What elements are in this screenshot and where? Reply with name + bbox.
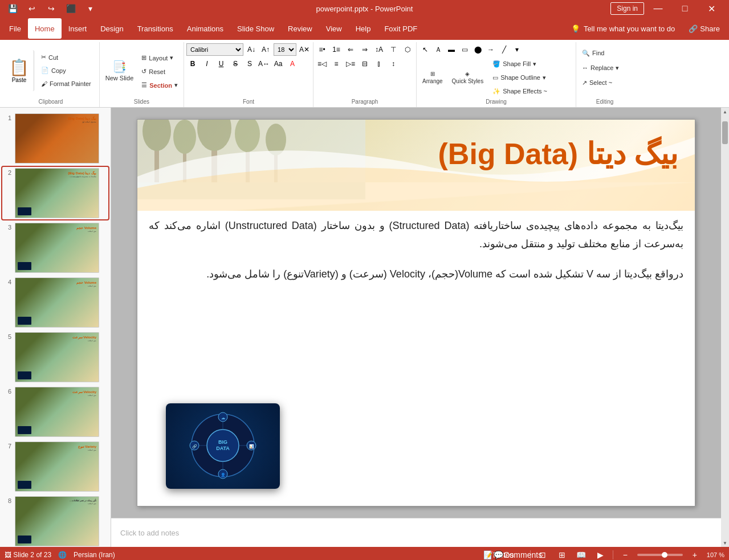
menu-foxit[interactable]: Foxit PDF xyxy=(377,18,424,39)
change-case-button[interactable]: Aa xyxy=(272,58,284,70)
justify-button[interactable]: ⊟ xyxy=(359,58,371,70)
shape-effects-button[interactable]: ✨ Shape Effects ~ xyxy=(489,85,551,97)
font-decrease-button[interactable]: A↓ xyxy=(245,43,258,56)
zoom-thumb[interactable] xyxy=(662,552,667,558)
comments-button[interactable]: 💬 Comments xyxy=(511,549,526,560)
shape-more[interactable]: ▾ xyxy=(511,43,523,56)
replace-button[interactable]: ↔ Replace ▾ xyxy=(579,62,622,74)
cut-button[interactable]: ✂ Cut xyxy=(38,51,95,64)
find-button[interactable]: 🔍 Find xyxy=(579,47,608,59)
bigdata-image[interactable]: BIG DATA ☁ 📊 👤 🔗 xyxy=(166,403,280,489)
minimize-button[interactable]: — xyxy=(645,0,671,17)
tell-me-input[interactable]: 💡 Tell me what you want to do xyxy=(564,22,682,35)
reading-view-button[interactable]: 📖 xyxy=(574,549,589,560)
layout-button[interactable]: ⊞ Layout ▾ xyxy=(138,52,181,64)
customize-button[interactable]: ▾ xyxy=(82,1,98,17)
shape-text-box[interactable]: Ａ xyxy=(432,43,445,56)
scroll-thumb[interactable] xyxy=(722,121,728,144)
menu-review[interactable]: Review xyxy=(281,18,319,39)
shape-fill-button[interactable]: 🪣 Shape Fill ▾ xyxy=(489,58,551,70)
slide-title[interactable]: بیگ دیتا (Big Data) xyxy=(438,137,678,171)
char-spacing-button[interactable]: A↔ xyxy=(258,58,270,70)
align-center-button[interactable]: ≡ xyxy=(330,58,343,70)
scroll-down-button[interactable]: ▼ xyxy=(721,539,729,547)
slide-thumbnail-8[interactable]: 8 تأثیر رسانه در عصر اطلاعات... متن اسلا… xyxy=(2,495,108,547)
menu-help[interactable]: Help xyxy=(349,18,378,39)
shape-select-arrow[interactable]: ↖ xyxy=(419,43,431,56)
arrange-button[interactable]: ⊞ Arrange xyxy=(419,67,446,88)
shape-line[interactable]: ╱ xyxy=(498,43,510,56)
reset-button[interactable]: ↺ Reset xyxy=(138,66,181,78)
copy-button[interactable]: 📄 Copy xyxy=(38,64,95,77)
numbering-button[interactable]: 1≡ xyxy=(330,43,343,56)
menu-file[interactable]: File xyxy=(2,18,28,39)
close-button[interactable]: ✕ xyxy=(699,0,724,17)
zoom-out-button[interactable]: − xyxy=(618,549,633,560)
scroll-track[interactable] xyxy=(721,116,729,539)
slide-thumbnail-2[interactable]: 2 بیگ دیتا (Big Data) بیگ‌دیتا به مجموعه… xyxy=(2,167,108,219)
presentation-view-button[interactable]: ⬛ xyxy=(63,1,79,17)
format-painter-button[interactable]: 🖌 Format Painter xyxy=(38,77,95,90)
select-button[interactable]: ↗ Select ~ xyxy=(579,76,616,89)
slide-thumbnail-1[interactable]: 1 بیگ دیتا (Big Data) محتوای اسلاید اول xyxy=(2,112,108,165)
increase-indent-button[interactable]: ⇒ xyxy=(359,43,371,56)
smartart-button[interactable]: ⬡ xyxy=(401,43,414,56)
slide-thumbnail-3[interactable]: 3 Volume حجم متن اسلاید xyxy=(2,222,108,274)
save-button[interactable]: 💾 xyxy=(5,1,21,17)
menu-insert[interactable]: Insert xyxy=(62,18,94,39)
strikethrough-button[interactable]: S xyxy=(229,58,242,70)
bold-button[interactable]: B xyxy=(186,58,199,70)
notes-area[interactable]: Click to add notes xyxy=(111,518,721,547)
canvas-area[interactable]: بیگ دیتا (Big Data) بیگ‌دیتا به مجموعه د… xyxy=(111,108,721,547)
slide-thumbnail-7[interactable]: 7 Variety تنوع متن اسلاید xyxy=(2,440,108,493)
shape-oval[interactable]: ⬤ xyxy=(471,43,484,56)
quick-styles-button[interactable]: ◈ Quick Styles xyxy=(449,67,487,88)
menu-home[interactable]: Home xyxy=(28,18,62,39)
underline-button[interactable]: U xyxy=(215,58,227,70)
align-right-button[interactable]: ▷≡ xyxy=(344,58,357,70)
undo-button[interactable]: ↩ xyxy=(24,1,40,17)
slide-thumbnail-6[interactable]: 6 Velocity سرعت متن اسلاید xyxy=(2,386,108,438)
bullets-button[interactable]: ≡• xyxy=(316,43,328,56)
font-size-select[interactable]: 18 xyxy=(274,43,296,56)
decrease-indent-button[interactable]: ⇐ xyxy=(344,43,357,56)
section-button[interactable]: ☰ Section ▾ xyxy=(138,79,181,92)
menu-design[interactable]: Design xyxy=(93,18,130,39)
shape-rectangle[interactable]: ▬ xyxy=(445,43,458,56)
zoom-in-button[interactable]: + xyxy=(687,549,702,560)
shape-outline-button[interactable]: ▭ Shape Outline ▾ xyxy=(489,71,551,84)
right-scrollbar[interactable]: ▲ ▼ xyxy=(721,108,729,547)
align-left-button[interactable]: ≡◁ xyxy=(316,58,328,70)
sign-in-button[interactable]: Sign in xyxy=(610,2,644,15)
font-color-button[interactable]: A xyxy=(286,58,299,70)
menu-transitions[interactable]: Transitions xyxy=(131,18,180,39)
shape-arrow[interactable]: → xyxy=(484,43,497,56)
font-family-select[interactable]: Calibri xyxy=(186,43,243,56)
text-direction-button[interactable]: ↕A xyxy=(373,43,385,56)
restore-button[interactable]: □ xyxy=(672,0,698,17)
slideshow-button[interactable]: ▶ xyxy=(593,549,608,560)
menu-slideshow[interactable]: Slide Show xyxy=(230,18,281,39)
menu-view[interactable]: View xyxy=(319,18,349,39)
line-spacing-button[interactable]: ↕ xyxy=(387,58,400,70)
align-text-button[interactable]: ⊤ xyxy=(387,43,400,56)
shadow-button[interactable]: S xyxy=(243,58,256,70)
slide-canvas[interactable]: بیگ دیتا (Big Data) بیگ‌دیتا به مجموعه د… xyxy=(137,119,695,506)
paste-button[interactable]: 📋 Paste xyxy=(5,50,34,91)
shape-rounded-rect[interactable]: ▭ xyxy=(458,43,471,56)
columns-button[interactable]: ⫿ xyxy=(373,58,385,70)
redo-button[interactable]: ↪ xyxy=(43,1,59,17)
zoom-slider[interactable] xyxy=(637,554,683,556)
menu-animations[interactable]: Animations xyxy=(180,18,230,39)
share-button[interactable]: 🔗 Share xyxy=(682,22,727,35)
scroll-up-button[interactable]: ▲ xyxy=(721,108,729,116)
slide-thumbnail-4[interactable]: 4 Volume حجم متن اسلاید xyxy=(2,276,108,329)
clear-formatting-button[interactable]: A✕ xyxy=(298,43,311,56)
slide-thumbnail-5[interactable]: 5 Velocity سرعت متن اسلاید xyxy=(2,331,108,383)
font-increase-button[interactable]: A↑ xyxy=(259,43,272,56)
slide-content[interactable]: بیگ‌دیتا به مجموعه داده‌های پیچیده‌ی ساخ… xyxy=(149,216,683,283)
new-slide-button[interactable]: 📑 New Slide xyxy=(102,56,137,85)
italic-button[interactable]: I xyxy=(201,58,213,70)
normal-view-button[interactable]: ⊡ xyxy=(535,549,550,560)
slide-sorter-button[interactable]: ⊞ xyxy=(555,549,569,560)
